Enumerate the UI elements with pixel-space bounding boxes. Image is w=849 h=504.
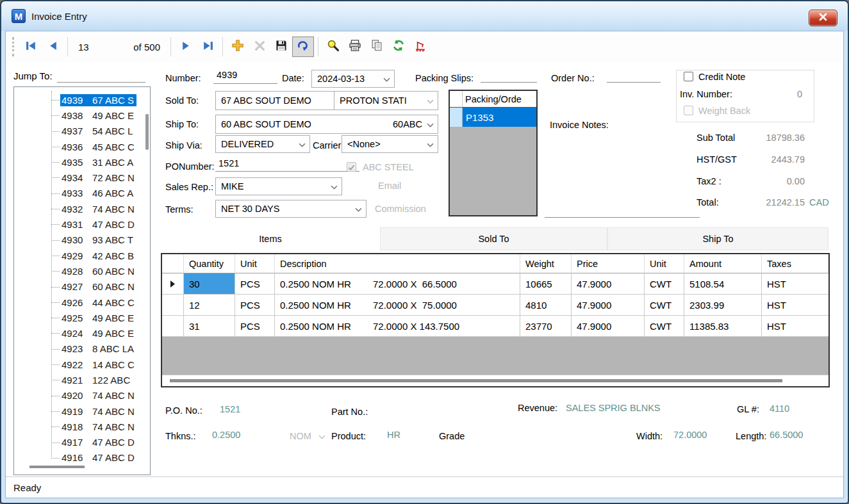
column-header-description[interactable]: Description xyxy=(275,254,520,273)
toolbar-grip[interactable] xyxy=(12,37,15,56)
list-item[interactable]: 491874 ABC N xyxy=(14,419,145,434)
tab-items[interactable]: Items xyxy=(161,227,380,250)
column-header-unit[interactable]: Unit xyxy=(235,254,275,273)
column-header-quantity[interactable]: Quantity xyxy=(184,254,235,273)
packing-slip-cell[interactable]: P1353 xyxy=(463,108,536,127)
list-item[interactable]: 493472 ABC N xyxy=(14,170,145,185)
commission-button[interactable]: Commission xyxy=(375,204,426,214)
add-record-button[interactable] xyxy=(227,37,249,57)
invoice-notes-input[interactable] xyxy=(545,207,700,218)
cell-amount[interactable]: 5108.54 xyxy=(684,273,762,295)
po-number-input[interactable]: 1521 xyxy=(215,158,359,172)
cell-weight[interactable]: 23770 xyxy=(520,316,572,337)
cell-unit[interactable]: PCS xyxy=(235,316,275,337)
sold-to-input[interactable]: 67 ABC SOUT DEMO xyxy=(215,91,334,110)
grid-row[interactable]: 12 PCS 0.2500 NOM HR72.0000 X 75.0000 48… xyxy=(162,295,828,316)
current-row-marker[interactable] xyxy=(162,273,184,295)
last-record-button[interactable] xyxy=(197,37,218,57)
list-item[interactable]: 493754 ABC L xyxy=(14,124,145,139)
list-item[interactable]: 491974 ABC N xyxy=(14,403,145,419)
cell-quantity[interactable]: 31 xyxy=(184,316,235,337)
column-header-amount[interactable]: Amount xyxy=(684,254,762,273)
previous-record-button[interactable] xyxy=(42,37,63,57)
list-item[interactable]: 492760 ABC N xyxy=(14,279,145,295)
undo-changes-button[interactable] xyxy=(292,37,314,57)
grid-row[interactable]: 31 PCS 0.2500 NOM HR72.0000 X 143.7500 2… xyxy=(162,316,828,337)
first-record-button[interactable] xyxy=(20,37,42,57)
cell-weight[interactable]: 10665 xyxy=(520,273,572,295)
cell-unit2[interactable]: CWT xyxy=(645,273,684,295)
list-item[interactable]: 493967 ABC S xyxy=(14,92,145,108)
cell-description[interactable]: 0.2500 NOM HR72.0000 X 143.7500 xyxy=(275,316,520,337)
row-selector[interactable] xyxy=(162,295,184,316)
list-item[interactable]: 492549 ABC E xyxy=(14,310,145,325)
credit-note-checkbox[interactable] xyxy=(684,72,693,81)
horizontal-scrollbar[interactable] xyxy=(29,466,85,468)
search-button[interactable] xyxy=(322,37,344,57)
list-item[interactable]: 493147 ABC D xyxy=(14,216,145,232)
cell-unit[interactable]: PCS xyxy=(235,295,275,316)
list-item[interactable]: 492449 ABC E xyxy=(14,325,145,341)
ship-to-dropdown[interactable]: 60 ABC SOUT DEMO 60ABC xyxy=(215,115,438,134)
scrollbar-thumb[interactable] xyxy=(170,379,782,382)
sales-rep-dropdown[interactable]: MIKE xyxy=(215,177,342,195)
delete-record-button[interactable] xyxy=(249,37,270,57)
list-item[interactable]: 492214 ABC C xyxy=(14,357,145,372)
close-button[interactable] xyxy=(809,10,837,26)
cell-price[interactable]: 47.9000 xyxy=(572,295,645,316)
print-button[interactable] xyxy=(344,37,366,57)
cell-taxes[interactable]: HST xyxy=(762,316,828,337)
weight-back-checkbox[interactable] xyxy=(684,106,693,115)
column-header-taxes[interactable]: Taxes xyxy=(762,254,828,273)
list-item[interactable]: 493346 ABC A xyxy=(14,186,145,201)
number-input[interactable]: 4939 xyxy=(213,70,277,84)
list-item[interactable]: 493531 ABC A xyxy=(14,154,145,170)
list-item[interactable]: 492860 ABC N xyxy=(14,263,145,279)
column-header-weight[interactable]: Weight xyxy=(520,254,572,273)
list-item[interactable]: 492644 ABC C xyxy=(14,295,145,310)
list-item[interactable]: 4921122 ABC xyxy=(14,372,145,387)
record-number-input[interactable] xyxy=(72,38,119,56)
next-record-button[interactable] xyxy=(175,37,197,57)
tab-ship-to[interactable]: Ship To xyxy=(607,227,828,250)
list-item[interactable]: 492942 ABC B xyxy=(14,248,145,263)
list-item[interactable]: 491747 ABC D xyxy=(14,435,145,450)
nom-dropdown[interactable]: NOM xyxy=(290,431,326,441)
cell-taxes[interactable]: HST xyxy=(762,295,828,316)
column-header-price[interactable]: Price xyxy=(572,254,645,273)
list-item[interactable]: 493093 ABC T xyxy=(14,232,145,248)
grid-row[interactable]: 30 PCS 0.2500 NOM HR72.0000 X 66.5000 10… xyxy=(162,273,828,295)
carrier-dropdown[interactable]: <None> xyxy=(342,135,438,153)
order-no-input[interactable] xyxy=(607,70,661,83)
list-item[interactable]: 491647 ABC D xyxy=(14,450,145,466)
date-dropdown[interactable]: 2024-03-13 xyxy=(311,70,395,88)
cell-price[interactable]: 47.9000 xyxy=(572,273,645,295)
copy-button[interactable] xyxy=(366,37,388,57)
cell-description[interactable]: 0.2500 NOM HR72.0000 X 66.5000 xyxy=(275,273,520,295)
save-button[interactable] xyxy=(270,37,292,57)
jump-to-input[interactable] xyxy=(57,70,145,83)
list-item[interactable]: 492074 ABC N xyxy=(14,388,145,403)
crane-button[interactable] xyxy=(409,37,431,57)
list-item[interactable]: 493645 ABC C xyxy=(14,139,145,154)
list-item[interactable]: 493274 ABC N xyxy=(14,201,145,216)
cell-unit2[interactable]: CWT xyxy=(645,316,684,337)
vertical-scrollbar[interactable] xyxy=(145,114,149,150)
grid-horizontal-scrollbar[interactable] xyxy=(162,375,828,386)
email-button[interactable]: Email xyxy=(378,181,401,191)
cell-quantity[interactable]: 30 xyxy=(184,273,235,295)
refresh-button[interactable] xyxy=(388,37,409,57)
cell-amount[interactable]: 2303.99 xyxy=(684,295,762,316)
cell-amount[interactable]: 11385.83 xyxy=(684,316,762,337)
packing-grid-column-header[interactable]: Packing/Orde xyxy=(463,91,536,107)
cell-price[interactable]: 47.9000 xyxy=(572,316,645,337)
cell-weight[interactable]: 4810 xyxy=(520,295,572,316)
abc-steel-checkbox[interactable] xyxy=(347,162,356,172)
packing-slips-input[interactable] xyxy=(481,70,537,83)
terms-dropdown[interactable]: NET 30 DAYS xyxy=(215,200,367,218)
row-selector[interactable] xyxy=(162,316,184,337)
tab-sold-to[interactable]: Sold To xyxy=(380,227,607,250)
list-item[interactable]: 49238 ABC LA xyxy=(14,341,145,357)
column-header-unit2[interactable]: Unit xyxy=(645,254,684,273)
cell-taxes[interactable]: HST xyxy=(762,273,828,295)
